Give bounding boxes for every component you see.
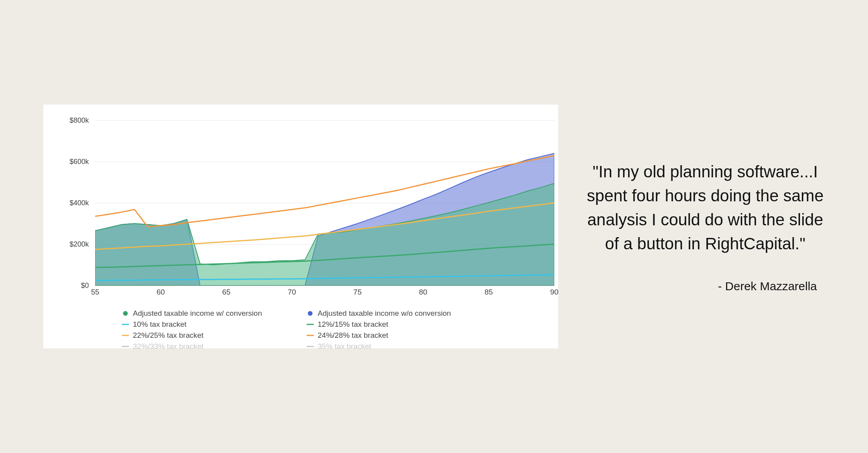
legend-item[interactable]: Adjusted taxable income w/ conversion bbox=[122, 309, 299, 318]
legend-label: 22%/25% tax bracket bbox=[133, 331, 204, 340]
x-axis: 55 60 65 70 75 80 85 90 bbox=[95, 288, 554, 300]
x-tick-label: 85 bbox=[485, 288, 493, 296]
y-tick-label: $400k bbox=[70, 199, 89, 207]
legend-line-icon bbox=[122, 321, 129, 328]
svg-point-1 bbox=[308, 311, 313, 316]
legend-label: 12%/15% tax bracket bbox=[318, 320, 388, 329]
legend-dot-icon bbox=[307, 310, 314, 317]
x-tick-label: 70 bbox=[288, 288, 296, 296]
legend-item[interactable]: 22%/25% tax bracket bbox=[122, 331, 299, 340]
y-tick-label: $200k bbox=[70, 240, 89, 249]
y-tick-label: $0 bbox=[81, 282, 89, 290]
quote-panel: "In my old planning software...I spent f… bbox=[586, 160, 825, 293]
legend-item[interactable]: 24%/28% tax bracket bbox=[307, 331, 484, 340]
chart-legend: Adjusted taxable income w/ conversion Ad… bbox=[122, 309, 550, 351]
x-axis-line bbox=[95, 285, 554, 286]
svg-point-0 bbox=[123, 311, 128, 316]
legend-line-icon bbox=[122, 332, 129, 339]
legend-item[interactable]: 10% tax bracket bbox=[122, 320, 299, 329]
x-tick-label: 75 bbox=[353, 288, 362, 296]
legend-item[interactable]: 35% tax bracket bbox=[307, 342, 484, 351]
legend-item[interactable]: Adjusted taxable income w/o conversion bbox=[307, 309, 484, 318]
legend-line-icon bbox=[307, 332, 314, 339]
legend-item[interactable]: 12%/15% tax bracket bbox=[307, 320, 484, 329]
legend-item[interactable]: 32%/33% tax bracket bbox=[122, 342, 299, 351]
page-wrap: $800k $600k $400k $200k $0 55 60 65 70 7… bbox=[0, 0, 868, 453]
legend-label: 10% tax bracket bbox=[133, 320, 186, 329]
testimonial-attribution: - Derek Mazzarella bbox=[718, 280, 825, 293]
legend-label: Adjusted taxable income w/o conversion bbox=[318, 309, 451, 318]
x-tick-label: 80 bbox=[419, 288, 427, 296]
x-tick-label: 65 bbox=[222, 288, 230, 296]
legend-label: Adjusted taxable income w/ conversion bbox=[133, 309, 262, 318]
x-tick-label: 60 bbox=[156, 288, 165, 296]
legend-label: 24%/28% tax bracket bbox=[318, 331, 388, 340]
legend-label: 35% tax bracket bbox=[318, 342, 371, 351]
legend-line-icon bbox=[122, 343, 129, 350]
chart-plot-area: $800k $600k $400k $200k $0 55 60 65 70 7… bbox=[59, 120, 554, 285]
legend-line-icon bbox=[307, 321, 314, 328]
x-tick-label: 55 bbox=[91, 288, 99, 296]
chart-card: $800k $600k $400k $200k $0 55 60 65 70 7… bbox=[43, 105, 558, 348]
testimonial-quote: "In my old planning software...I spent f… bbox=[586, 160, 825, 256]
legend-line-icon bbox=[307, 343, 314, 350]
y-axis: $800k $600k $400k $200k $0 bbox=[59, 120, 94, 285]
legend-dot-icon bbox=[122, 310, 129, 317]
y-tick-label: $600k bbox=[70, 158, 89, 166]
y-tick-label: $800k bbox=[70, 116, 89, 125]
chart-svg bbox=[95, 120, 554, 285]
legend-label: 32%/33% tax bracket bbox=[133, 342, 204, 351]
x-tick-label: 90 bbox=[550, 288, 558, 296]
